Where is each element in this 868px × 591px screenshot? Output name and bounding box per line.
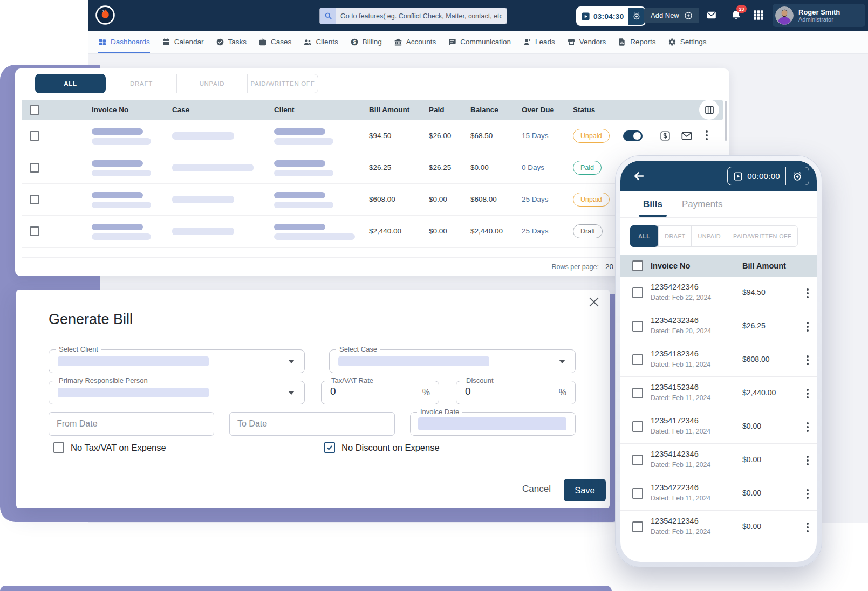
discount-field: Discount % <box>456 381 576 404</box>
checkbox[interactable] <box>324 442 335 453</box>
checkbox[interactable] <box>53 442 64 453</box>
select-client-label: Select Client <box>56 345 101 353</box>
phone-screen: 00:00:00 BillsPayments ALLDRAFTUNPAIDPAI… <box>620 161 817 562</box>
generate-bill-modal: Generate Bill Select Client Select Case … <box>16 290 610 508</box>
nav-item[interactable]: $ Billing <box>350 31 382 53</box>
row-toggle[interactable] <box>623 130 643 141</box>
dollar-box-icon[interactable] <box>659 130 671 142</box>
bill-amount: $26.25 <box>742 321 766 330</box>
nav-item[interactable]: Calendar <box>162 31 204 53</box>
row-menu-icon[interactable] <box>706 130 708 140</box>
rows-per-page-select[interactable]: 20 <box>605 263 613 271</box>
nav-item[interactable]: Dashboards <box>98 31 150 53</box>
chevron-down-icon[interactable] <box>288 391 295 395</box>
row-menu-icon[interactable] <box>807 422 809 432</box>
nav-item[interactable]: Communication <box>448 31 511 53</box>
row-menu-icon[interactable] <box>807 389 809 398</box>
filter-tab[interactable]: ALL <box>35 74 106 93</box>
checkbox-label: No Tax/VAT on Expense <box>71 443 166 453</box>
from-date-input[interactable] <box>49 412 214 436</box>
manage-columns-button[interactable] <box>699 100 719 120</box>
row-checkbox[interactable] <box>632 354 643 365</box>
row-checkbox[interactable] <box>632 421 643 432</box>
nav-item[interactable]: Settings <box>668 31 707 53</box>
user-profile[interactable]: Roger Smith Administrator <box>773 4 865 27</box>
select-client-field[interactable]: Select Client <box>49 349 305 373</box>
col-bill-amount: Bill Amount <box>742 255 786 277</box>
nav-item[interactable]: Cases <box>258 31 291 53</box>
filter-tab[interactable]: UNPAID <box>691 226 727 246</box>
invoice-date-field[interactable]: Invoice Date <box>410 412 576 436</box>
table-scrollbar[interactable] <box>725 101 727 141</box>
col-client: Client <box>274 100 295 120</box>
row-checkbox[interactable] <box>30 163 39 173</box>
close-icon[interactable] <box>587 295 601 309</box>
row-checkbox[interactable] <box>632 455 643 465</box>
timer-add-icon[interactable] <box>632 12 641 20</box>
chevron-down-icon[interactable] <box>288 360 295 363</box>
select-case-field[interactable]: Select Case <box>329 349 576 373</box>
row-menu-icon[interactable] <box>807 489 809 499</box>
timer-play-icon[interactable] <box>581 12 590 21</box>
to-date-input[interactable] <box>229 412 395 436</box>
topbar: 03:04:30 Add New 23 Roger Smith Administ… <box>88 0 868 31</box>
row-menu-icon[interactable] <box>807 456 809 465</box>
phone-timer-widget[interactable]: 00:00:00 <box>727 167 809 185</box>
discount-input[interactable] <box>464 385 525 398</box>
filter-tab[interactable]: PAID/WRITTEN OFF <box>727 226 797 246</box>
add-new-button[interactable]: Add New <box>644 8 699 23</box>
cancel-button[interactable]: Cancel <box>522 484 551 494</box>
phone-tab[interactable]: Payments <box>682 199 723 210</box>
filter-tab[interactable]: ALL <box>630 225 658 247</box>
tax-vat-rate-input[interactable] <box>329 385 391 398</box>
nav-item[interactable]: Reports <box>618 31 655 53</box>
phone-tab[interactable]: Bills <box>643 199 662 210</box>
apps-grid-icon[interactable] <box>753 9 764 21</box>
reports-icon <box>618 38 626 46</box>
row-checkbox[interactable] <box>632 521 643 532</box>
primary-responsible-person-skeleton <box>58 388 209 397</box>
save-button[interactable]: Save <box>564 479 606 501</box>
nav-item[interactable]: Vendors <box>567 31 606 53</box>
nav-item[interactable]: Clients <box>303 31 338 53</box>
nav-item-label: Clients <box>316 38 338 46</box>
filter-tab[interactable]: PAID/WRITTEN OFF <box>247 74 318 93</box>
timer-widget[interactable]: 03:04:30 <box>576 6 646 26</box>
invoice-number: 12354222346 <box>651 483 699 492</box>
search-input[interactable] <box>336 12 507 20</box>
row-checkbox[interactable] <box>632 488 643 499</box>
filter-tab[interactable]: UNPAID <box>176 74 247 93</box>
primary-responsible-person-field[interactable]: Primary Responsible Person <box>49 381 305 404</box>
chevron-down-icon[interactable] <box>559 360 565 363</box>
row-menu-icon[interactable] <box>807 322 809 332</box>
invoice-number: 12354152346 <box>651 383 699 391</box>
nav-item-label: Accounts <box>406 38 436 46</box>
nav-item[interactable]: Accounts <box>394 31 436 53</box>
row-checkbox[interactable] <box>30 226 39 236</box>
row-checkbox[interactable] <box>30 195 39 204</box>
nav-item[interactable]: Leads <box>523 31 555 53</box>
filter-tab[interactable]: DRAFT <box>658 226 691 246</box>
modal-checkbox[interactable]: No Tax/VAT on Expense <box>53 442 166 453</box>
row-checkbox[interactable] <box>30 131 39 141</box>
mail-icon[interactable] <box>705 10 717 20</box>
nav-item[interactable]: Tasks <box>216 31 247 53</box>
back-arrow-icon[interactable] <box>632 169 646 183</box>
row-checkbox[interactable] <box>632 321 643 332</box>
row-checkbox[interactable] <box>632 388 643 398</box>
phone-list: 12354242346 Dated: Feb 22, 2024 $94.50 1… <box>620 277 817 544</box>
phone-alarm-icon[interactable] <box>792 171 803 182</box>
filter-tab[interactable]: DRAFT <box>106 74 176 93</box>
select-client-skeleton <box>58 356 209 366</box>
select-all-checkbox[interactable] <box>30 105 39 115</box>
invoice-number: 12354212346 <box>651 517 699 525</box>
row-menu-icon[interactable] <box>807 288 809 298</box>
select-all-checkbox[interactable] <box>632 260 643 271</box>
phone-play-icon[interactable] <box>733 171 743 181</box>
envelope-icon[interactable] <box>681 130 693 142</box>
modal-checkbox[interactable]: No Discount on Expense <box>324 442 440 453</box>
row-checkbox[interactable] <box>632 287 643 298</box>
row-menu-icon[interactable] <box>807 355 809 365</box>
app-logo-icon[interactable] <box>95 5 115 25</box>
row-menu-icon[interactable] <box>807 523 809 532</box>
